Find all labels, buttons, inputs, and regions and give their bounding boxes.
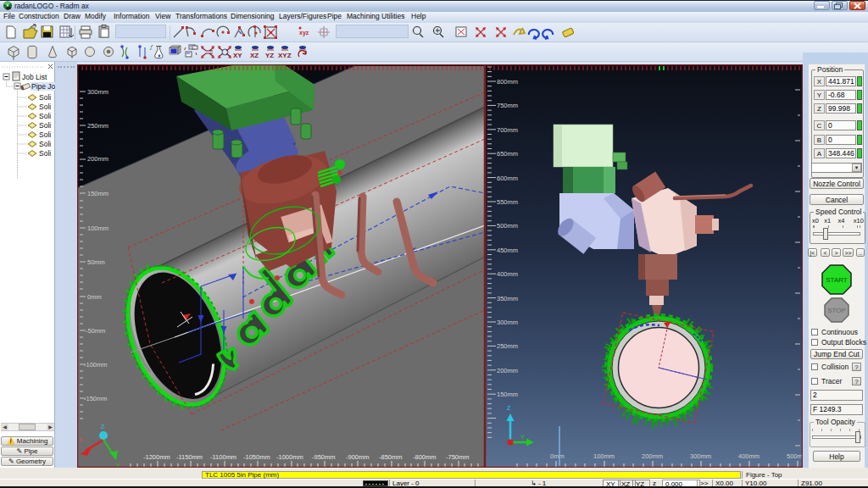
svg-text:-1000mm: -1000mm — [276, 453, 303, 461]
svg-text:250mm: 250mm — [497, 342, 518, 350]
svg-text:-150mm: -150mm — [84, 395, 108, 402]
svg-text:500mm: 500mm — [497, 222, 518, 230]
svg-text:750mm: 750mm — [497, 102, 518, 109]
svg-text:Soli: Soli — [39, 103, 51, 111]
svg-text:0mm: 0mm — [87, 293, 102, 301]
svg-text:400mm: 400mm — [497, 270, 518, 278]
svg-text:xyz: xyz — [299, 30, 309, 36]
svg-text:200mm: 200mm — [87, 155, 108, 163]
svg-text:-1150mm: -1150mm — [176, 453, 203, 461]
svg-text:-1200mm: -1200mm — [143, 453, 170, 461]
svg-text:STOP: STOP — [827, 307, 846, 314]
svg-text:START: START — [826, 276, 848, 284]
svg-text:-1050mm: -1050mm — [243, 453, 270, 461]
svg-text:-1100mm: -1100mm — [210, 453, 236, 461]
svg-text:XY: XY — [233, 52, 242, 59]
svg-text:-100mm: -100mm — [84, 361, 108, 369]
svg-text:600mm: 600mm — [497, 175, 518, 182]
svg-text:Z: Z — [507, 405, 511, 411]
svg-text:400mm: 400mm — [738, 452, 760, 460]
svg-text:XYZ: XYZ — [278, 52, 292, 59]
svg-text:Soli: Soli — [39, 93, 51, 102]
svg-text:Pipe Jo: Pipe Jo — [31, 82, 55, 91]
svg-text:Soli: Soli — [39, 130, 51, 139]
svg-text:100mm: 100mm — [593, 452, 615, 460]
svg-text:250mm: 250mm — [87, 122, 108, 130]
svg-text:650mm: 650mm — [497, 150, 518, 158]
svg-text:200mm: 200mm — [497, 367, 518, 374]
svg-text:150mm: 150mm — [87, 190, 108, 197]
svg-text:X: X — [79, 437, 83, 443]
svg-text:XZ: XZ — [250, 52, 259, 59]
svg-text:200mm: 200mm — [642, 452, 663, 460]
svg-text:350mm: 350mm — [497, 295, 518, 302]
svg-text:100mm: 100mm — [87, 225, 108, 232]
svg-text:-900mm: -900mm — [346, 453, 370, 461]
svg-text:Z: Z — [101, 424, 105, 430]
svg-text:YZ: YZ — [265, 52, 274, 59]
svg-text:300mm: 300mm — [497, 319, 518, 326]
svg-text:Soli: Soli — [39, 140, 51, 148]
svg-text:-750mm: -750mm — [446, 453, 470, 461]
svg-text:Soli: Soli — [39, 112, 51, 120]
svg-text:Soli: Soli — [39, 149, 51, 158]
svg-text:Soli: Soli — [39, 121, 51, 130]
svg-text:800mm: 800mm — [497, 78, 518, 86]
svg-text:50mm: 50mm — [87, 258, 105, 266]
svg-text:450mm: 450mm — [497, 247, 518, 254]
svg-text:Job List: Job List — [22, 73, 47, 81]
svg-text:-50mm: -50mm — [86, 327, 105, 335]
svg-text:150mm: 150mm — [497, 391, 518, 398]
svg-text:-850mm: -850mm — [379, 453, 403, 461]
svg-text:300mm: 300mm — [87, 88, 108, 96]
svg-text:-950mm: -950mm — [312, 453, 336, 461]
svg-text:0mm: 0mm — [550, 452, 565, 460]
svg-text:550mm: 550mm — [497, 198, 518, 206]
svg-text:500m: 500m — [787, 452, 803, 460]
svg-text:Y: Y — [520, 434, 525, 440]
svg-text:300mm: 300mm — [690, 452, 711, 460]
svg-text:-800mm: -800mm — [413, 453, 437, 461]
svg-text:700mm: 700mm — [497, 126, 518, 134]
